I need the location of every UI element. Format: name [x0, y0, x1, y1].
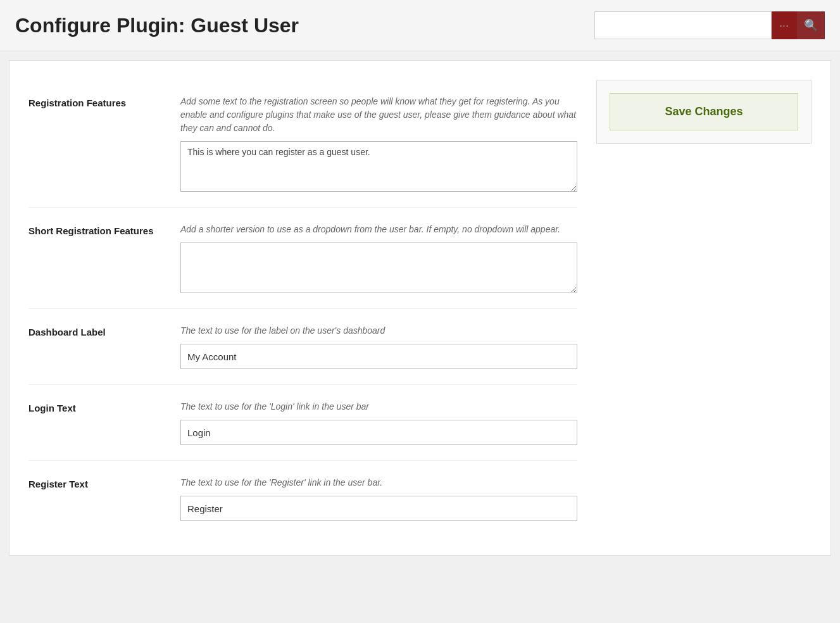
- search-button[interactable]: 🔍: [797, 11, 825, 39]
- field-row-login_text: Login TextThe text to use for the 'Login…: [28, 385, 577, 461]
- input-register_text[interactable]: [180, 496, 577, 521]
- field-row-registration_features: Registration FeaturesAdd some text to th…: [28, 80, 577, 208]
- description-registration_features: Add some text to the registration screen…: [180, 95, 577, 135]
- search-dots-button[interactable]: ···: [772, 11, 797, 39]
- field-row-register_text: Register TextThe text to use for the 'Re…: [28, 461, 577, 536]
- description-dashboard_label: The text to use for the label on the use…: [180, 324, 577, 337]
- label-short_registration_features: Short Registration Features: [28, 223, 168, 236]
- description-login_text: The text to use for the 'Login' link in …: [180, 400, 577, 413]
- description-register_text: The text to use for the 'Register' link …: [180, 476, 577, 489]
- form-section: Registration FeaturesAdd some text to th…: [28, 80, 577, 536]
- page-header: Configure Plugin: Guest User ··· 🔍: [0, 0, 840, 51]
- dots-icon: ···: [780, 20, 789, 30]
- label-login_text: Login Text: [28, 400, 168, 413]
- description-short_registration_features: Add a shorter version to use as a dropdo…: [180, 223, 577, 236]
- input-dashboard_label[interactable]: [180, 344, 577, 369]
- label-registration_features: Registration Features: [28, 95, 168, 108]
- textarea-registration_features[interactable]: [180, 141, 577, 192]
- field-row-short_registration_features: Short Registration FeaturesAdd a shorter…: [28, 208, 577, 309]
- search-magnifier-icon: 🔍: [804, 18, 818, 32]
- field-right-login_text: The text to use for the 'Login' link in …: [180, 400, 577, 445]
- page-title: Configure Plugin: Guest User: [15, 14, 299, 37]
- field-row-dashboard_label: Dashboard LabelThe text to use for the l…: [28, 309, 577, 385]
- layout-grid: Registration FeaturesAdd some text to th…: [28, 80, 812, 536]
- field-right-short_registration_features: Add a shorter version to use as a dropdo…: [180, 223, 577, 293]
- input-login_text[interactable]: [180, 420, 577, 445]
- label-register_text: Register Text: [28, 476, 168, 489]
- field-right-dashboard_label: The text to use for the label on the use…: [180, 324, 577, 369]
- field-right-registration_features: Add some text to the registration screen…: [180, 95, 577, 192]
- header-search-area: ··· 🔍: [594, 11, 825, 39]
- textarea-short_registration_features[interactable]: [180, 242, 577, 293]
- sidebar-panel: Save Changes: [596, 80, 812, 536]
- save-changes-box: Save Changes: [596, 80, 812, 144]
- save-changes-button[interactable]: Save Changes: [610, 93, 798, 130]
- label-dashboard_label: Dashboard Label: [28, 324, 168, 337]
- main-content: Registration FeaturesAdd some text to th…: [9, 60, 831, 556]
- field-right-register_text: The text to use for the 'Register' link …: [180, 476, 577, 521]
- search-input[interactable]: [594, 11, 772, 39]
